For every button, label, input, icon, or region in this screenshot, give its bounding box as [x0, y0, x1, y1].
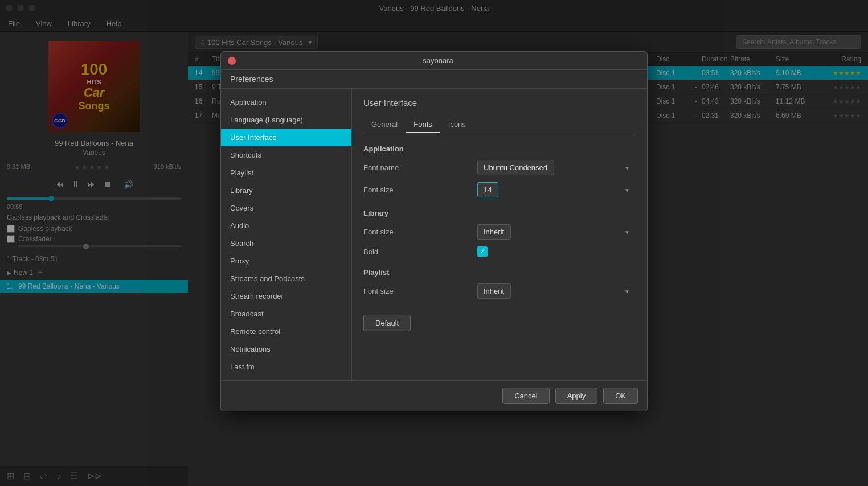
dialog-body: ApplicationLanguage (Language)User Inter…: [221, 89, 647, 380]
prefs-tabs: GeneralFontsIcons: [363, 117, 636, 133]
pl-font-size-label: Font size: [363, 287, 477, 295]
prefs-nav-item-remote-control[interactable]: Remote control: [221, 323, 351, 340]
prefs-nav-item-streams-and-podcasts[interactable]: Streams and Podcasts: [221, 270, 351, 287]
application-group: Application Font name Ubuntu Condensed F…: [363, 145, 636, 197]
prefs-nav-item-search[interactable]: Search: [221, 234, 351, 252]
app-group-title: Application: [363, 145, 636, 153]
prefs-nav-item-covers[interactable]: Covers: [221, 199, 351, 217]
prefs-tab-general[interactable]: General: [363, 117, 406, 133]
lib-font-size-wrapper: Inherit: [477, 224, 636, 240]
font-name-wrapper: Ubuntu Condensed: [477, 160, 636, 175]
font-size-wrapper: 14: [477, 182, 636, 197]
lib-font-size-select[interactable]: Inherit: [477, 224, 511, 240]
lib-bold-label: Bold: [363, 248, 477, 256]
dialog-title: sayonara: [236, 56, 640, 65]
prefs-nav-item-stream-recorder[interactable]: Stream recorder: [221, 287, 351, 305]
dialog-header: Preferences: [221, 70, 647, 89]
font-name-label: Font name: [363, 163, 477, 172]
playlist-group: Playlist Font size Inherit: [363, 268, 636, 299]
prefs-nav-item-playlist[interactable]: Playlist: [221, 164, 351, 182]
prefs-content: User Interface GeneralFontsIcons Applica…: [352, 89, 647, 380]
lib-bold-checkbox[interactable]: ✓: [477, 246, 488, 257]
dialog-close-button[interactable]: [228, 57, 236, 65]
prefs-nav-item-proxy[interactable]: Proxy: [221, 252, 351, 270]
prefs-nav-item-broadcast[interactable]: Broadcast: [221, 305, 351, 323]
dialog-footer: Cancel Apply OK: [221, 380, 647, 411]
cancel-button[interactable]: Cancel: [502, 388, 549, 404]
prefs-tab-fonts[interactable]: Fonts: [406, 117, 440, 133]
default-area: Default: [363, 310, 636, 331]
pl-font-size-select[interactable]: Inherit: [477, 283, 511, 299]
lib-font-size-row: Font size Inherit: [363, 224, 636, 240]
section-title: User Interface: [363, 98, 636, 108]
pl-group-title: Playlist: [363, 268, 636, 277]
pl-font-size-wrapper: Inherit: [477, 283, 636, 299]
prefs-tab-icons[interactable]: Icons: [440, 117, 474, 133]
ok-button[interactable]: OK: [603, 388, 638, 404]
lib-font-size-label: Font size: [363, 228, 477, 236]
font-size-label: Font size: [363, 186, 477, 194]
lib-bold-row: Bold ✓: [363, 246, 636, 257]
font-size-select[interactable]: 14: [477, 182, 498, 197]
prefs-nav-item-notifications[interactable]: Notifications: [221, 340, 351, 358]
prefs-nav-item-shortcuts[interactable]: Shortcuts: [221, 146, 351, 164]
font-name-select[interactable]: Ubuntu Condensed: [477, 160, 554, 175]
pl-font-size-row: Font size Inherit: [363, 283, 636, 299]
prefs-nav-item-application[interactable]: Application: [221, 93, 351, 111]
prefs-nav-item-library[interactable]: Library: [221, 182, 351, 199]
preferences-title: Preferences: [230, 75, 273, 84]
apply-button[interactable]: Apply: [555, 388, 598, 404]
font-size-row: Font size 14: [363, 182, 636, 197]
prefs-nav-item-user-interface[interactable]: User Interface: [221, 129, 351, 146]
font-name-row: Font name Ubuntu Condensed: [363, 160, 636, 175]
prefs-nav: ApplicationLanguage (Language)User Inter…: [221, 89, 352, 380]
default-button[interactable]: Default: [363, 315, 411, 331]
prefs-nav-item-language-(language)[interactable]: Language (Language): [221, 111, 351, 129]
preferences-dialog: sayonara Preferences ApplicationLanguage…: [220, 51, 648, 411]
fonts-panel: Application Font name Ubuntu Condensed F…: [363, 145, 636, 299]
lib-group-title: Library: [363, 209, 636, 217]
library-group: Library Font size Inherit Bold ✓: [363, 209, 636, 257]
dialog-titlebar: sayonara: [221, 52, 647, 70]
prefs-nav-item-audio[interactable]: Audio: [221, 217, 351, 234]
prefs-nav-item-last.fm[interactable]: Last.fm: [221, 358, 351, 376]
